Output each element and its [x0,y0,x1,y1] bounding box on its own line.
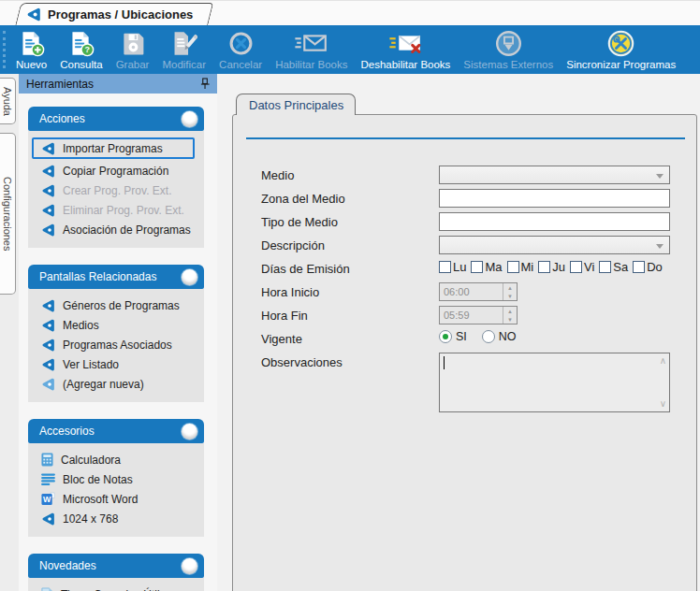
notepad-icon [41,473,55,485]
hora-fin-spinner[interactable]: 05:59 ▲▼ [439,306,518,324]
collapse-toggle[interactable] [182,558,197,574]
tab-datos-principales[interactable]: Datos Principales [236,94,356,115]
herramientas-panel: Herramientas Acciones Importar Programas… [19,74,217,591]
hora-inicio-spinner[interactable]: 06:00 ▲▼ [439,282,518,301]
sidebar-item-agregar-nueva[interactable]: (Agregar nueva) [28,374,204,394]
hora-inicio-value: 06:00 [440,286,503,297]
vigente-si-radio[interactable]: SI [439,330,467,343]
day-checkbox-sa[interactable]: Sa [599,260,628,274]
svg-text:W: W [43,495,51,504]
sidebar-item-crear-prog-prov-ext[interactable]: Crear Prog. Prov. Ext. [28,180,204,200]
medio-select[interactable] [439,166,670,184]
sidebar-item-importar-programas[interactable]: Importar Programas [32,137,195,159]
sidebar-item-generos-de-programas[interactable]: Géneros de Programas [28,296,204,315]
observaciones-textarea[interactable]: ∧ ∨ [439,353,670,412]
spin-up-button[interactable]: ▲ [503,283,517,292]
sidebar-item-microsoft-word[interactable]: W Microsoft Word [28,489,204,509]
sidebar-item-asociacion-de-programas[interactable]: Asociación de Programas [28,220,204,239]
section-acciones-header[interactable]: Acciones [28,107,204,131]
window-tab-strip: Programas / Ubicaciones [0,0,700,25]
sidebar-item-ver-listado[interactable]: Ver Listado [28,354,204,374]
collapse-toggle[interactable] [182,424,197,440]
scroll-down-icon[interactable]: ∨ [660,399,666,409]
arrow-icon [41,512,55,526]
day-checkbox-ma[interactable]: Ma [471,260,502,274]
word-icon: W [41,492,55,506]
sidebar-item-bloc-de-notas[interactable]: Bloc de Notas [28,469,204,489]
section-pantallas-header[interactable]: Pantallas Relacionadas [28,265,204,289]
deshabilitar-books-button[interactable]: Deshabilitar Books [354,25,457,74]
sidebar-item-programas-asociados[interactable]: Programas Asociados [28,335,204,354]
checkbox-icon [471,261,483,273]
consulta-button[interactable]: ? Consulta [53,25,109,74]
section-pantallas-relacionadas: Pantallas Relacionadas Géneros de Progra… [28,265,204,402]
arrow-icon [41,223,55,237]
tab-configuraciones[interactable]: Configuraciones [0,133,16,295]
day-checkbox-ju[interactable]: Ju [538,260,565,274]
edit-icon [170,29,197,58]
sincronizar-programas-button[interactable]: Sincronizar Programas [560,25,682,74]
checkbox-icon [507,261,519,273]
collapsed-panel-strip: Ayuda Configuraciones [0,74,19,591]
collapse-toggle[interactable] [182,111,197,127]
observaciones-label: Observaciones [261,353,439,369]
arrow-icon [41,184,55,197]
tab-programas-ubicaciones[interactable]: Programas / Ubicaciones [15,3,208,26]
section-accesorios-header[interactable]: Accesorios [28,419,204,443]
sidebar-item-1024x768[interactable]: 1024 x 768 [28,509,204,528]
descripcion-select[interactable] [439,236,670,254]
herramientas-header: Herramientas [19,74,217,94]
arrow-icon [41,204,55,217]
text-caret [444,356,445,369]
cancelar-button[interactable]: Cancelar [212,25,269,74]
zona-del-medio-input[interactable] [439,189,670,208]
arrow-icon [41,378,55,391]
app-arrow-icon [26,7,41,22]
zona-del-medio-label: Zona del Medio [261,189,439,206]
scroll-up-icon[interactable]: ∧ [660,356,666,366]
pin-icon[interactable] [199,77,211,91]
sidebar-item-calculadora[interactable]: Calculadora [28,450,204,469]
day-checkbox-mi[interactable]: Mi [507,260,534,274]
spin-up-button[interactable]: ▲ [503,307,517,315]
tips-document-icon [41,587,53,591]
calculator-icon [41,453,53,467]
tipo-de-medio-label: Tipo de Medio [261,212,439,229]
sistemas-externos-button[interactable]: Sistemas Externos [457,25,560,74]
herramientas-title: Herramientas [26,78,94,91]
hora-fin-value: 05:59 [440,310,503,321]
hora-inicio-label: Hora Inicio [261,282,439,299]
descripcion-label: Descripción [261,236,439,252]
hora-fin-label: Hora Fin [261,306,439,323]
spin-down-button[interactable]: ▼ [503,315,517,324]
habilitar-books-button[interactable]: Habilitar Books [269,25,354,74]
checkbox-icon [633,261,645,273]
sidebar-item-medios[interactable]: Medios [28,315,204,335]
dias-de-emision-label: Días de Emisión [261,259,439,276]
collapse-toggle[interactable] [182,269,197,285]
checkbox-icon [599,261,611,273]
sync-programs-icon [606,29,635,58]
nuevo-button[interactable]: Nuevo [9,25,53,74]
section-novedades: Novedades Tips y Consejos Útiles Novedad… [28,554,204,591]
section-novedades-header[interactable]: Novedades [28,554,204,578]
sidebar-item-tips-y-consejos[interactable]: Tips y Consejos Útiles [28,584,204,591]
checkbox-icon [570,261,582,273]
day-checkbox-vi[interactable]: Vi [570,260,594,274]
tipo-de-medio-input[interactable] [439,212,670,231]
day-checkbox-lu[interactable]: Lu [439,260,466,274]
arrow-icon [41,142,55,155]
modificar-button[interactable]: Modificar [155,25,212,74]
vigente-label: Vigente [261,329,439,346]
enable-books-icon [294,29,328,58]
spin-down-button[interactable]: ▼ [503,292,517,300]
day-checkbox-do[interactable]: Do [633,260,663,274]
datos-principales-panel: Medio Zona del Medio Tipo de Medio Descr… [232,114,697,591]
cancel-icon [227,29,255,58]
sidebar-item-eliminar-prog-prov-ext[interactable]: Eliminar Prog. Prov. Ext. [28,200,204,220]
grabar-button[interactable]: Grabar [109,25,156,74]
tab-ayuda[interactable]: Ayuda [0,78,16,124]
sidebar-item-copiar-programacion[interactable]: Copiar Programación [28,161,204,180]
arrow-icon [41,299,55,312]
vigente-no-radio[interactable]: NO [482,330,517,343]
